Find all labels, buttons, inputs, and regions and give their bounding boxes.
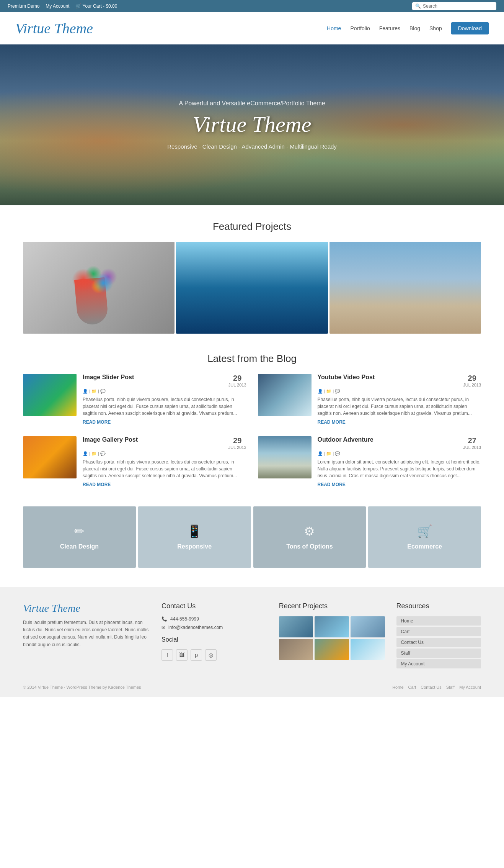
header: Virtue Theme Home Portfolio Features Blo…	[0, 12, 504, 44]
blog-image-4[interactable]	[258, 436, 312, 478]
top-bar: Premium Demo My Account 🛒 Your Cart - $0…	[0, 0, 504, 12]
recent-project-5[interactable]	[315, 639, 349, 660]
featured-image-1	[23, 242, 175, 334]
my-account-link-top[interactable]: My Account	[46, 3, 69, 9]
blog-post-4: Outdoor Adventure 27 JUL 2013 👤 | 📁 | 💬 …	[258, 436, 481, 487]
resource-contact[interactable]: Contact Us	[396, 638, 481, 647]
site-logo[interactable]: Virtue Theme	[15, 20, 93, 37]
blog-excerpt-3: Phasellus porta, nibh quis viverra posue…	[83, 459, 246, 479]
recent-project-6[interactable]	[351, 639, 385, 660]
main-nav: Home Portfolio Features Blog Shop Downlo…	[327, 22, 489, 34]
featured-title: Featured Projects	[0, 221, 504, 233]
recent-projects-title: Recent Projects	[279, 602, 385, 610]
read-more-2[interactable]: READ MORE	[318, 419, 346, 425]
nav-home[interactable]: Home	[327, 25, 341, 31]
blog-image-3[interactable]	[23, 436, 77, 478]
social-section-title: Social	[161, 636, 267, 643]
clean-design-label: Clean Design	[60, 543, 99, 550]
email-icon: ✉	[161, 625, 165, 630]
feature-clean-design: ✏ Clean Design	[23, 506, 136, 568]
read-more-3[interactable]: READ MORE	[83, 482, 111, 487]
footer-logo[interactable]: Virtue Theme	[23, 602, 150, 614]
footer-about: Virtue Theme Duis iaculis pretium fermen…	[23, 602, 150, 668]
blog-title: Latest from the Blog	[0, 353, 504, 365]
featured-grid	[0, 242, 504, 334]
resource-cart[interactable]: Cart	[396, 627, 481, 636]
instagram-icon[interactable]: 🖼	[176, 649, 188, 661]
footer-contact: Contact Us 📞 444-555-9999 ✉ info@kadence…	[161, 602, 267, 668]
footer-bottom-staff[interactable]: Staff	[446, 685, 455, 689]
nav-features[interactable]: Features	[379, 25, 400, 31]
resources-title: Resources	[396, 602, 481, 610]
premium-demo-link[interactable]: Premium Demo	[8, 3, 39, 9]
recent-project-4[interactable]	[279, 639, 313, 660]
feature-ecommerce: 🛒 Ecommerce	[368, 506, 481, 568]
hero-tagline: Responsive - Clean Design - Advanced Adm…	[167, 143, 337, 150]
cart-link[interactable]: 🛒 Your Cart - $0.00	[75, 3, 117, 9]
clean-design-icon: ✏	[74, 524, 85, 539]
blog-post-header-2: Youtube Video Post 29 JUL 2013	[318, 374, 481, 387]
featured-item-2[interactable]	[176, 242, 328, 334]
features-section: ✏ Clean Design 📱 Responsive ⚙ Tons of Op…	[0, 506, 504, 568]
nav-shop[interactable]: Shop	[429, 25, 442, 31]
blog-date-4: 27 JUL 2013	[463, 436, 481, 450]
resource-home[interactable]: Home	[396, 616, 481, 626]
ecommerce-icon: 🛒	[417, 524, 432, 539]
hero-title: Virtue Theme	[167, 111, 337, 137]
responsive-icon: 📱	[187, 524, 202, 539]
resource-my-account[interactable]: My Account	[396, 659, 481, 668]
blog-grid: Image Slider Post 29 JUL 2013 👤 | 📁 | 💬 …	[23, 374, 481, 487]
blog-image-1[interactable]	[23, 374, 77, 416]
nav-blog[interactable]: Blog	[409, 25, 420, 31]
featured-item-1[interactable]	[23, 242, 175, 334]
resources-links: Home Cart Contact Us Staff My Account	[396, 616, 481, 668]
blog-section: Image Slider Post 29 JUL 2013 👤 | 📁 | 💬 …	[0, 374, 504, 487]
footer-bottom: © 2014 Virtue Theme · WordPress Theme by…	[23, 680, 481, 689]
footer-resources: Resources Home Cart Contact Us Staff My …	[396, 602, 481, 668]
featured-item-3[interactable]	[329, 242, 481, 334]
footer-bottom-home[interactable]: Home	[392, 685, 403, 689]
blog-post-3: Image Gallery Post 29 JUL 2013 👤 | 📁 | 💬…	[23, 436, 246, 487]
search-icon: 🔍	[415, 3, 421, 9]
blog-image-2[interactable]	[258, 374, 312, 416]
blog-post-title-4: Outdoor Adventure	[318, 436, 374, 443]
footer-bottom-my-account[interactable]: My Account	[459, 685, 481, 689]
blog-post-header-3: Image Gallery Post 29 JUL 2013	[83, 436, 246, 450]
footer-email: ✉ info@kadencethemes.com	[161, 625, 267, 630]
nav-download[interactable]: Download	[451, 22, 489, 34]
read-more-1[interactable]: READ MORE	[83, 419, 111, 425]
blog-post-1: Image Slider Post 29 JUL 2013 👤 | 📁 | 💬 …	[23, 374, 246, 425]
blog-excerpt-1: Phasellus porta, nibh quis viverra posue…	[83, 396, 246, 417]
responsive-label: Responsive	[177, 543, 212, 550]
search-input[interactable]	[423, 3, 493, 9]
blog-content-3: Image Gallery Post 29 JUL 2013 👤 | 📁 | 💬…	[83, 436, 246, 487]
footer-bottom-contact[interactable]: Contact Us	[421, 685, 441, 689]
blog-content-4: Outdoor Adventure 27 JUL 2013 👤 | 📁 | 💬 …	[318, 436, 481, 487]
phone-number: 444-555-9999	[170, 616, 199, 622]
resource-staff[interactable]: Staff	[396, 649, 481, 658]
blog-excerpt-4: Lorem ipsum dolor sit amet, consectetur …	[318, 459, 481, 479]
facebook-icon[interactable]: f	[161, 649, 173, 661]
email-address: info@kadencethemes.com	[168, 625, 223, 630]
featured-image-2	[176, 242, 328, 334]
blog-meta-2: 👤 | 📁 | 💬	[318, 389, 481, 394]
pinterest-icon[interactable]: p	[191, 649, 202, 661]
tons-of-options-label: Tons of Options	[286, 543, 333, 550]
website-icon[interactable]: ◎	[205, 649, 217, 661]
read-more-4[interactable]: READ MORE	[318, 482, 346, 487]
nav-portfolio[interactable]: Portfolio	[350, 25, 370, 31]
recent-project-3[interactable]	[351, 616, 385, 637]
recent-project-1[interactable]	[279, 616, 313, 637]
blog-post-header-4: Outdoor Adventure 27 JUL 2013	[318, 436, 481, 450]
blog-date-1: 29 JUL 2013	[228, 374, 246, 387]
blog-content-2: Youtube Video Post 29 JUL 2013 👤 | 📁 | 💬…	[318, 374, 481, 425]
recent-projects-grid	[279, 616, 385, 660]
footer-phone: 📞 444-555-9999	[161, 616, 267, 622]
footer-bottom-cart[interactable]: Cart	[408, 685, 416, 689]
footer-description: Duis iaculis pretium fermentum. Duis at …	[23, 619, 150, 649]
recent-project-2[interactable]	[315, 616, 349, 637]
blog-post-title-2: Youtube Video Post	[318, 374, 375, 381]
footer: Virtue Theme Duis iaculis pretium fermen…	[0, 587, 504, 697]
footer-contact-title: Contact Us	[161, 602, 267, 610]
social-links: f 🖼 p ◎	[161, 649, 267, 661]
